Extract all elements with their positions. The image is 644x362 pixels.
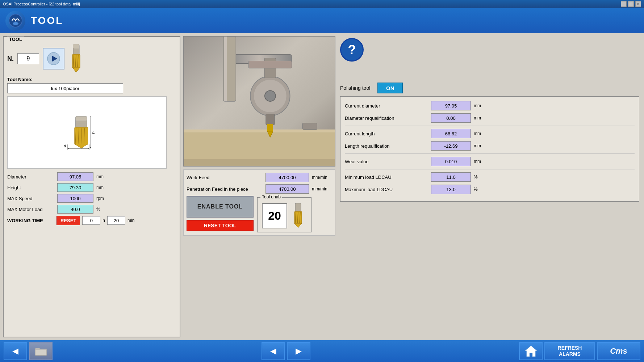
- current-length-input[interactable]: [431, 129, 471, 138]
- diameter-requalification-input[interactable]: [431, 113, 471, 123]
- nav-back-button[interactable]: ◀: [262, 342, 285, 360]
- tool-diagram-svg: L d: [51, 100, 123, 165]
- penetration-feed-row: Penetration Feed in the piece mm/min: [187, 184, 332, 194]
- bottom-bar: ◀ ◀ ▶ REFRESH ALARMS Cms: [0, 340, 644, 362]
- maximize-button[interactable]: □: [628, 1, 634, 7]
- svg-rect-36: [224, 37, 227, 101]
- max-speed-label: MAX Speed: [7, 196, 54, 201]
- tool-enab-title: Tool enab: [260, 194, 282, 199]
- svg-rect-5: [73, 44, 79, 49]
- max-motor-load-unit: %: [96, 207, 107, 212]
- diameter-input[interactable]: [57, 172, 93, 181]
- work-feed-row: Work Feed mm/min: [187, 173, 332, 182]
- height-unit: mm: [96, 185, 107, 190]
- max-motor-load-input[interactable]: [57, 205, 93, 214]
- svg-marker-54: [525, 346, 537, 357]
- diameter-row: Diameter mm: [7, 172, 176, 181]
- svg-marker-20: [75, 144, 88, 148]
- main-content: TOOL N.: [0, 33, 644, 340]
- tool-header: N.: [7, 44, 176, 73]
- tool-name-input[interactable]: [7, 83, 123, 93]
- penetration-feed-label: Penetration Feed in the piece: [187, 186, 263, 192]
- svg-marker-22: [90, 116, 91, 117]
- diameter-requalification-label: Diameter requalification: [345, 115, 428, 121]
- cms-logo-text: Cms: [610, 346, 627, 356]
- max-speed-input[interactable]: [57, 194, 93, 203]
- max-motor-load-row: MAX Motor Load %: [7, 205, 176, 214]
- machine-svg: [184, 36, 335, 167]
- svg-point-39: [265, 90, 276, 101]
- tool-enab-number[interactable]: 20: [262, 203, 287, 228]
- back-button[interactable]: ◀: [4, 342, 27, 360]
- svg-marker-10: [72, 67, 80, 72]
- working-time-h-input[interactable]: [82, 216, 100, 225]
- current-diameter-input[interactable]: [431, 101, 471, 110]
- polishing-row: Polishing tool ON: [340, 83, 639, 93]
- tool-name-label: Tool Name:: [7, 77, 176, 82]
- current-diameter-row: Current diameter mm: [345, 101, 635, 110]
- polishing-toggle[interactable]: ON: [377, 83, 403, 93]
- nav-forward-button[interactable]: ▶: [287, 342, 310, 360]
- maximum-load-label: Maximum load LDCAU: [345, 187, 428, 192]
- right-panel: ? Polishing tool ON Current diameter mm …: [338, 36, 641, 337]
- page-title: TOOL: [31, 15, 63, 26]
- work-feed-input[interactable]: [265, 173, 309, 182]
- center-panel: Work Feed mm/min Penetration Feed in the…: [183, 36, 335, 337]
- help-button[interactable]: ?: [340, 38, 364, 62]
- bottom-left: ◀: [4, 342, 53, 360]
- reset-button[interactable]: RESET: [57, 216, 80, 225]
- bottom-center: ◀ ▶: [262, 342, 310, 360]
- home-button[interactable]: [519, 342, 543, 360]
- maximum-load-input[interactable]: [431, 185, 471, 194]
- svg-marker-26: [67, 148, 69, 149]
- length-requalification-label: Length requalification: [345, 143, 428, 149]
- minimize-button[interactable]: −: [621, 1, 627, 7]
- logo-icon: [8, 13, 23, 28]
- length-requalification-row: Length requalification mm: [345, 141, 635, 151]
- minimum-load-unit: %: [474, 174, 483, 180]
- length-requalification-input[interactable]: [431, 141, 471, 151]
- tool-enab-box: Tool enab 20: [257, 197, 311, 232]
- diameter-requalification-unit: mm: [474, 115, 483, 121]
- close-button[interactable]: ×: [635, 1, 641, 7]
- tool-icon: [68, 44, 84, 73]
- home-icon: [524, 345, 538, 357]
- svg-point-1: [13, 22, 18, 25]
- play-button[interactable]: [43, 48, 64, 70]
- wear-value-input[interactable]: [431, 157, 471, 166]
- svg-rect-43: [267, 124, 273, 131]
- reset-tool-button[interactable]: RESET TOOL: [187, 220, 254, 231]
- tool-n-input[interactable]: [17, 53, 39, 64]
- wear-value-label: Wear value: [345, 159, 428, 164]
- current-diameter-unit: mm: [474, 103, 483, 108]
- feed-section: Work Feed mm/min Penetration Feed in the…: [183, 169, 335, 236]
- work-feed-unit: mm/min: [312, 175, 327, 180]
- tool-n-label: N.: [7, 55, 14, 63]
- maximum-load-row: Maximum load LDCAU %: [345, 185, 635, 194]
- work-feed-label: Work Feed: [187, 175, 263, 180]
- enable-tool-button[interactable]: ENABLE TOOL: [187, 196, 254, 218]
- svg-rect-33: [184, 130, 335, 132]
- tool-image: [68, 44, 84, 73]
- diameter-unit: mm: [96, 174, 107, 179]
- refresh-alarms-button[interactable]: REFRESH ALARMS: [544, 342, 595, 360]
- current-diameter-label: Current diameter: [345, 103, 428, 109]
- current-length-unit: mm: [474, 131, 483, 136]
- working-time-min-input[interactable]: [107, 216, 125, 225]
- svg-rect-42: [266, 114, 275, 125]
- folder-button[interactable]: [29, 342, 53, 360]
- height-input[interactable]: [57, 183, 93, 192]
- titlebar-controls: − □ ×: [621, 1, 641, 7]
- titlebar-text: OSAI ProcessController - [22 tool data_m…: [3, 2, 80, 6]
- tool-diagram: L d: [7, 96, 167, 169]
- minimum-load-label: Minimum load LDCAU: [345, 174, 428, 180]
- svg-rect-47: [295, 203, 301, 212]
- svg-rect-53: [35, 349, 47, 355]
- minimum-load-input[interactable]: [431, 172, 471, 182]
- diameter-label: Diameter: [7, 174, 54, 180]
- logo: [5, 11, 25, 31]
- svg-text:d: d: [64, 144, 67, 148]
- wear-value-row: Wear value mm: [345, 157, 635, 166]
- svg-marker-52: [294, 223, 302, 228]
- penetration-feed-input[interactable]: [265, 184, 309, 194]
